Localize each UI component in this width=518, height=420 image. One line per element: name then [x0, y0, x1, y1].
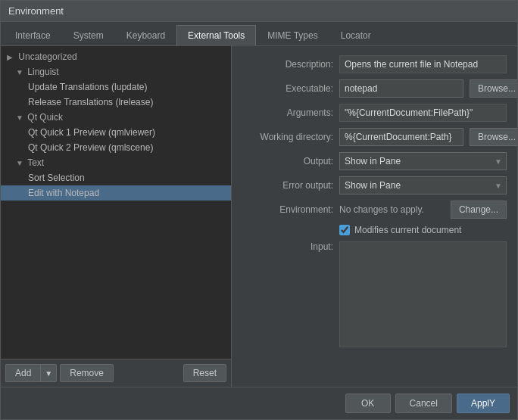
environment-label: Environment: — [242, 204, 333, 215]
tree-item-update-translations[interactable]: Update Translations (lupdate) — [1, 79, 231, 95]
expander-icon: ▼ — [16, 68, 25, 76]
error-output-select-wrapper: Show in Pane Ignore ▼ — [339, 176, 507, 194]
tree-item-uncategorized[interactable]: ▶ Uncategorized — [1, 49, 231, 64]
tab-interface[interactable]: Interface — [4, 25, 62, 45]
arguments-row: Arguments: — [242, 104, 507, 122]
arguments-label: Arguments: — [242, 107, 333, 118]
tab-bar: Interface System Keyboard External Tools… — [1, 22, 517, 46]
tree-item-edit-notepad[interactable]: Edit with Notepad — [1, 185, 231, 201]
modifies-checkbox[interactable] — [339, 225, 350, 235]
remove-button[interactable]: Remove — [60, 364, 114, 382]
description-label: Description: — [242, 59, 333, 70]
right-panel: Description: Executable: Browse... Argum… — [232, 46, 517, 387]
expander-icon: ▼ — [16, 159, 25, 167]
add-button[interactable]: Add — [5, 364, 40, 382]
error-output-select[interactable]: Show in Pane Ignore — [339, 176, 507, 194]
environment-value: No changes to apply. — [339, 204, 445, 215]
add-dropdown-button[interactable]: ▼ — [40, 364, 57, 382]
executable-label: Executable: — [242, 83, 333, 94]
tree-item-qt-quick[interactable]: ▼ Qt Quick — [1, 110, 231, 125]
description-row: Description: — [242, 55, 507, 73]
arguments-input[interactable] — [339, 104, 507, 122]
tree-item-sort-selection[interactable]: Sort Selection — [1, 170, 231, 185]
tree-item-text[interactable]: ▼ Text — [1, 155, 231, 170]
output-select-wrapper: Show in Pane Ignore Replace Selection Ap… — [339, 152, 507, 170]
modifies-row: Modifies current document — [242, 225, 507, 235]
tree-item-qt-quick-1[interactable]: Qt Quick 1 Preview (qmlviewer) — [1, 125, 231, 140]
working-directory-row: Working directory: Browse... — [242, 128, 507, 146]
ok-button[interactable]: OK — [345, 394, 391, 413]
tree-item-qt-quick-2[interactable]: Qt Quick 2 Preview (qmlscene) — [1, 140, 231, 155]
input-label: Input: — [242, 241, 333, 252]
change-environment-button[interactable]: Change... — [451, 201, 507, 219]
error-output-label: Error output: — [242, 180, 333, 191]
environment-row: Environment: No changes to apply. Change… — [242, 201, 507, 219]
tab-locator[interactable]: Locator — [329, 25, 382, 45]
apply-button[interactable]: ApplY — [457, 394, 510, 413]
modifies-label: Modifies current document — [354, 225, 461, 235]
dialog-footer: OK Cancel ApplY — [1, 387, 517, 419]
dialog-title: Environment — [1, 1, 517, 22]
reset-button[interactable]: Reset — [183, 364, 226, 382]
left-panel: ▶ Uncategorized ▼ Linguist Update Transl… — [1, 46, 232, 387]
working-directory-input[interactable] — [339, 128, 463, 146]
tree-item-release-translations[interactable]: Release Translations (lrelease) — [1, 95, 231, 110]
browse-working-dir-button[interactable]: Browse... — [470, 128, 517, 146]
input-textarea[interactable] — [339, 241, 507, 347]
tree-item-linguist[interactable]: ▼ Linguist — [1, 64, 231, 79]
content-area: ▶ Uncategorized ▼ Linguist Update Transl… — [1, 46, 517, 387]
error-output-row: Error output: Show in Pane Ignore ▼ — [242, 176, 507, 194]
working-directory-label: Working directory: — [242, 132, 333, 142]
tab-system[interactable]: System — [62, 25, 115, 45]
expander-icon: ▶ — [7, 53, 16, 61]
expander-icon: ▼ — [16, 114, 25, 122]
environment-dialog: Environment Interface System Keyboard Ex… — [0, 0, 518, 420]
tools-tree: ▶ Uncategorized ▼ Linguist Update Transl… — [1, 46, 231, 359]
output-row: Output: Show in Pane Ignore Replace Sele… — [242, 152, 507, 170]
executable-row: Executable: Browse... — [242, 79, 507, 98]
output-label: Output: — [242, 156, 333, 166]
cancel-button[interactable]: Cancel — [395, 394, 452, 413]
tab-keyboard[interactable]: Keyboard — [115, 25, 176, 45]
add-button-group: Add ▼ — [5, 364, 57, 382]
tab-mime-types[interactable]: MIME Types — [256, 25, 329, 45]
output-select[interactable]: Show in Pane Ignore Replace Selection Ap… — [339, 152, 507, 170]
tree-action-buttons: Add ▼ Remove Reset — [1, 359, 231, 387]
executable-input[interactable] — [339, 79, 463, 98]
browse-executable-button[interactable]: Browse... — [470, 79, 517, 98]
tab-external-tools[interactable]: External Tools — [176, 25, 256, 46]
description-input[interactable] — [339, 55, 507, 73]
input-row: Input: — [242, 241, 507, 347]
